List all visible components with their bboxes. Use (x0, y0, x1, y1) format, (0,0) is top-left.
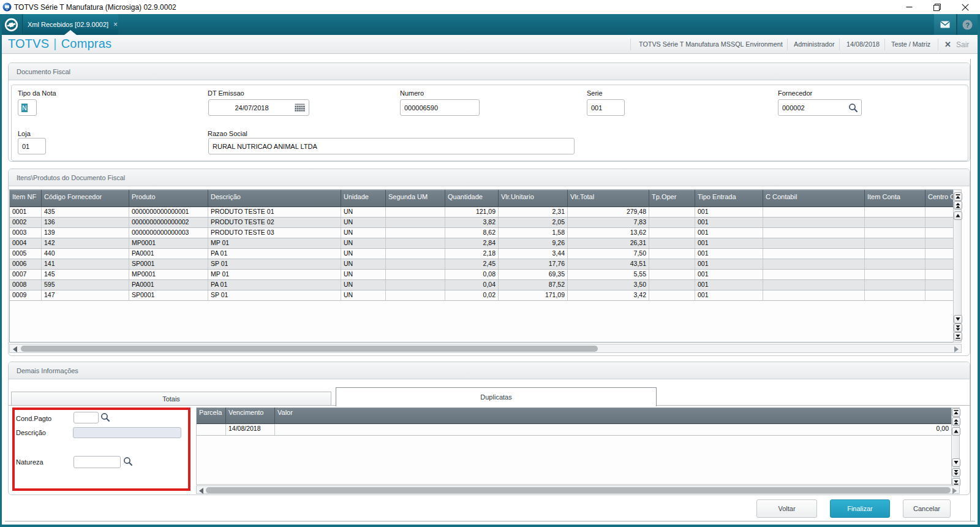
dt-emissao-input[interactable]: 24/07/2018 (208, 99, 309, 116)
natureza-input[interactable] (74, 456, 121, 468)
help-button[interactable]: ? (957, 14, 978, 35)
table-cell (649, 207, 695, 217)
duplicatas-hscrollbar[interactable] (196, 485, 960, 494)
tab-duplicatas[interactable]: Duplicatas (336, 387, 657, 406)
table-cell: UN (341, 270, 386, 279)
column-header[interactable]: Vlr.Unitario (499, 190, 568, 207)
column-header[interactable]: Item NF (10, 190, 42, 207)
menu-logo-button[interactable] (0, 14, 23, 35)
column-header[interactable]: Tipo Entrada (695, 190, 763, 207)
table-row[interactable]: 14/08/20180,00 (197, 424, 951, 436)
table-cell: SP 01 (208, 259, 341, 269)
panel-itens-title: Itens\Produtos do Documento Fiscal (17, 174, 125, 181)
table-cell: UN (341, 259, 386, 269)
cond-pagto-search-icon[interactable] (100, 412, 110, 422)
table-cell: 0003 (10, 228, 42, 238)
table-row[interactable]: 0008595PA0001PA 01UN0,0487,523,50001 (10, 280, 961, 290)
dup-scroll-pagedown-button[interactable] (952, 468, 960, 477)
duplicatas-vscrollbar[interactable] (951, 408, 960, 485)
table-cell: 13,62 (568, 228, 649, 238)
column-header[interactable]: Vlr.Total (568, 190, 649, 207)
razao-social-value: RURAL NUTRICAO ANIMAL LTDA (209, 143, 317, 150)
numero-input[interactable]: 000006590 (400, 99, 480, 116)
items-grid-header: Item NFCódigo FornecedorProdutoDescrição… (10, 190, 961, 207)
app-window: TOTVS Série T Manufatura (Microsiga) 02.… (0, 0, 980, 527)
dup-scroll-down-button[interactable] (952, 458, 960, 467)
table-cell: 26,31 (568, 238, 649, 248)
column-header[interactable]: Produto (129, 190, 208, 207)
column-header[interactable]: C Contabil (763, 190, 865, 207)
sair-x-icon[interactable]: ✕ (944, 40, 951, 49)
table-cell: UN (341, 280, 386, 290)
table-row[interactable]: 00031390000000000000003PRODUTO TESTE 03U… (10, 228, 961, 238)
dup-scroll-left-icon[interactable] (199, 488, 203, 494)
items-hscrollbar[interactable] (9, 344, 962, 353)
fornecedor-search-icon[interactable] (848, 103, 858, 113)
table-row[interactable]: 00021360000000000000002PRODUTO TESTE 02U… (10, 218, 961, 228)
column-header[interactable]: Item Conta (865, 190, 925, 207)
scroll-pagedown-button[interactable] (954, 324, 962, 332)
cond-pagto-input[interactable] (74, 412, 99, 423)
razao-social-input[interactable]: RURAL NUTRICAO ANIMAL LTDA (208, 138, 575, 154)
scroll-last-button[interactable] (954, 332, 962, 341)
scroll-up-button[interactable] (954, 211, 962, 220)
table-cell: MP0001 (129, 270, 208, 279)
items-hscroll-thumb[interactable] (21, 346, 598, 352)
table-cell: 001 (695, 218, 763, 227)
items-vscrollbar[interactable] (953, 189, 962, 343)
table-row[interactable]: 0006141SP0001SP 01UN2,4517,7643,51001 (10, 259, 961, 270)
dup-scroll-pageup-button[interactable] (952, 417, 960, 426)
table-cell (386, 218, 445, 227)
scroll-first-button[interactable] (954, 192, 962, 201)
tab-bar: Xml Recebidos [02.9.0002] × ? (0, 14, 980, 35)
calendar-icon[interactable] (295, 104, 305, 112)
mail-button[interactable] (934, 14, 956, 35)
dup-scroll-first-button[interactable] (952, 408, 960, 417)
tab-totais[interactable]: Totais (11, 392, 331, 405)
table-row[interactable]: 0004142MP0001MP 01UN2,849,2626,31001 (10, 238, 961, 249)
column-header[interactable]: Segunda UM (386, 190, 445, 207)
column-header[interactable]: Unidade (341, 190, 386, 207)
natureza-search-icon[interactable] (123, 457, 133, 466)
column-header[interactable]: Tp.Oper (649, 190, 695, 207)
scroll-left-icon[interactable] (13, 346, 17, 352)
table-row[interactable]: 0009147SP0001SP 01UN0,02171,093,42001 (10, 290, 961, 301)
scroll-down-button[interactable] (954, 315, 962, 324)
column-header[interactable]: Centro Cu (925, 190, 954, 207)
column-header[interactable]: Parcela (197, 408, 226, 425)
restore-button[interactable] (923, 0, 951, 14)
tab-close-icon[interactable]: × (113, 20, 118, 29)
column-header[interactable]: Código Fornecedor (42, 190, 129, 207)
table-row[interactable]: 0007145MP0001MP 01UN0,0869,355,55001 (10, 270, 961, 280)
serie-label: Serie (587, 89, 603, 97)
table-cell: 2,84 (445, 238, 499, 248)
table-cell (925, 228, 954, 238)
table-cell: SP0001 (129, 259, 208, 269)
serie-input[interactable]: 001 (587, 99, 625, 116)
loja-input[interactable]: 01 (18, 138, 46, 154)
tipo-da-nota-input[interactable]: N (18, 99, 37, 116)
minimize-button[interactable] (895, 0, 923, 14)
table-cell: PA0001 (129, 280, 208, 290)
dup-hscroll-thumb[interactable] (206, 487, 951, 493)
column-header[interactable]: Quantidade (445, 190, 499, 207)
fornecedor-input[interactable]: 000002 (778, 99, 862, 116)
table-row[interactable]: 00014350000000000000001PRODUTO TESTE 01U… (10, 207, 961, 218)
voltar-button[interactable]: Voltar (756, 499, 817, 518)
scroll-pageup-button[interactable] (954, 201, 962, 210)
finalizar-button[interactable]: Finalizar (830, 499, 890, 518)
table-cell (925, 270, 954, 279)
dup-scroll-right-icon[interactable] (952, 488, 957, 494)
finalizar-label: Finalizar (847, 505, 873, 512)
scroll-right-icon[interactable] (954, 346, 959, 352)
close-window-button[interactable] (951, 0, 979, 14)
column-header[interactable]: Valor (275, 408, 952, 425)
dup-scroll-up-button[interactable] (952, 427, 960, 436)
column-header[interactable]: Descrição (208, 190, 341, 207)
cancelar-button[interactable]: Cancelar (903, 499, 951, 518)
column-header[interactable]: Vencimento (226, 408, 275, 425)
sair-link[interactable]: Sair (956, 40, 969, 49)
table-row[interactable]: 0005440PA0001PA 01UN2,183,447,50001 (10, 249, 961, 259)
table-cell: 3,50 (568, 280, 649, 290)
table-cell (925, 218, 954, 227)
